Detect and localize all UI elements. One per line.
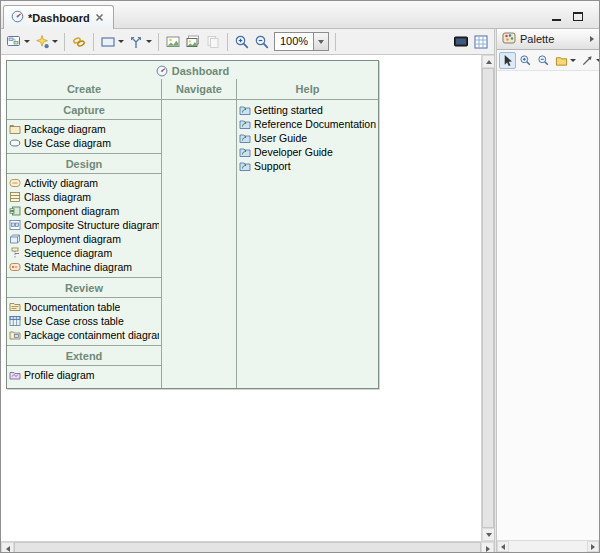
zoom-dropdown-button[interactable] [313, 33, 328, 50]
dashboard-item-link[interactable]: Package diagram [7, 122, 161, 136]
new-diagram-button[interactable] [4, 31, 32, 53]
line-routing-button[interactable] [126, 31, 154, 53]
palette-collapse-button[interactable] [590, 36, 594, 42]
grid-button[interactable] [471, 31, 491, 53]
scroll-right-button[interactable] [587, 541, 599, 552]
dashboard-item-label: Use Case diagram [24, 137, 111, 149]
chevron-down-icon[interactable] [146, 40, 152, 43]
dashboard-item-link[interactable]: Package containment diagram [7, 328, 161, 342]
dashboard-columns: Create CapturePackage diagramUse Case di… [7, 79, 378, 388]
chevron-down-icon[interactable] [52, 40, 58, 43]
dashboard-item-link[interactable]: Use Case cross table [7, 314, 161, 328]
horizontal-scrollbar-thumb[interactable] [14, 542, 481, 553]
palette-title: Palette [520, 33, 554, 45]
dashboard-item-link[interactable]: Deployment diagram [7, 232, 161, 246]
zoom-out-button[interactable] [252, 31, 272, 53]
palette-link-tool[interactable] [579, 52, 600, 69]
chevron-down-icon[interactable] [570, 59, 576, 62]
papyrus-window: { "tab_bar": { "tabs": [ { "title": "*Da… [0, 0, 600, 553]
dashboard-item-label: Developer Guide [254, 146, 333, 158]
dashboard-item-link[interactable]: Developer Guide [237, 145, 378, 159]
dashboard-item-link[interactable]: Composite Structure diagram [7, 218, 161, 232]
palette-zoom-in-tool[interactable] [517, 52, 534, 69]
dashboard-item-link[interactable]: Reference Documentation [237, 117, 378, 131]
section-header-review: Review [7, 278, 161, 298]
minimize-icon [552, 14, 561, 21]
dashboard-item-link[interactable]: Component diagram [7, 204, 161, 218]
routing-fork-icon [128, 34, 144, 50]
section-header-extend: Extend [7, 346, 161, 366]
dashboard-column-create: Create CapturePackage diagramUse Case di… [7, 79, 162, 388]
palette-select-tool[interactable] [499, 52, 516, 69]
grid-icon [473, 34, 489, 50]
fullscreen-button[interactable] [451, 31, 471, 53]
dashboard-item-link[interactable]: Class diagram [7, 190, 161, 204]
dashboard-item-link[interactable]: Use Case diagram [7, 136, 161, 150]
deployment-diagram-icon [9, 233, 21, 245]
section-header-capture: Capture [7, 100, 161, 120]
horizontal-scrollbar[interactable] [1, 541, 494, 553]
dashboard-item-label: Package containment diagram [24, 329, 159, 341]
dashboard-item-link[interactable]: Activity diagram [7, 176, 161, 190]
dashboard-column-help: Help Getting startedReference Documentat… [237, 79, 378, 388]
package-diagram-icon [9, 123, 21, 135]
section-items-review: Documentation tableUse Case cross tableP… [7, 298, 161, 346]
cross-table-icon [9, 315, 21, 327]
link-with-editor-button[interactable] [69, 31, 89, 53]
dashboard-item-label: User Guide [254, 132, 307, 144]
palette-icon [502, 31, 516, 47]
tab-title: *Dashboard [28, 12, 90, 24]
dashboard-item-link[interactable]: State Machine diagram [7, 260, 161, 274]
dashboard-tab-icon [11, 10, 24, 25]
tab-dashboard[interactable]: *Dashboard [3, 5, 114, 29]
chevron-down-icon[interactable] [596, 59, 600, 62]
toolbar-separator [93, 33, 94, 51]
chevron-down-icon[interactable] [118, 40, 124, 43]
maximize-view-button[interactable] [571, 8, 585, 21]
vertical-scrollbar-thumb[interactable] [482, 68, 494, 528]
arrow-down-icon [486, 533, 492, 537]
documentation-table-icon [9, 301, 21, 313]
dashboard-item-link[interactable]: Sequence diagram [7, 246, 161, 260]
shape-icon [100, 34, 116, 50]
dashboard-item-link[interactable]: User Guide [237, 131, 378, 145]
new-diagram-icon [6, 34, 22, 50]
zoom-level-combo[interactable]: 100% [274, 32, 329, 51]
export-all-images-icon [185, 34, 201, 50]
help-folder-icon [239, 160, 251, 172]
palette-horizontal-scrollbar[interactable] [497, 540, 599, 552]
scroll-left-button[interactable] [1, 542, 14, 553]
export-all-diagrams-button[interactable] [183, 31, 203, 53]
palette-note-tool[interactable] [553, 52, 578, 69]
vertical-scrollbar[interactable] [481, 55, 494, 541]
scroll-right-button[interactable] [481, 542, 494, 553]
zoom-in-icon [234, 34, 250, 50]
palette-zoom-out-tool[interactable] [535, 52, 552, 69]
chevron-down-icon[interactable] [24, 40, 30, 43]
zoom-in-button[interactable] [232, 31, 252, 53]
palette-body[interactable] [497, 71, 599, 540]
copy-image-button[interactable] [203, 31, 223, 53]
scroll-left-button[interactable] [497, 541, 509, 552]
minimize-view-button[interactable] [549, 8, 563, 21]
zoom-level-value[interactable]: 100% [275, 33, 313, 50]
navigate-column-header: Navigate [162, 79, 236, 100]
tab-close-icon[interactable] [94, 12, 106, 24]
shape-style-button[interactable] [98, 31, 126, 53]
dashboard-item-link[interactable]: Documentation table [7, 300, 161, 314]
validation-button[interactable] [32, 31, 60, 53]
arrow-up-icon [486, 60, 492, 64]
section-items-capture: Package diagramUse Case diagram [7, 120, 161, 154]
arrow-left-icon [501, 544, 505, 550]
dashboard-item-link[interactable]: Support [237, 159, 378, 173]
toolbar-separator [158, 33, 159, 51]
export-diagram-button[interactable] [163, 31, 183, 53]
dashboard-item-link[interactable]: Profile diagram [7, 368, 161, 382]
palette-header[interactable]: Palette [497, 29, 599, 50]
dashboard-item-link[interactable]: Getting started [237, 103, 378, 117]
palette-panel: Palette [497, 29, 599, 552]
export-image-icon [165, 34, 181, 50]
dashboard-column-navigate: Navigate [162, 79, 237, 388]
diagram-canvas[interactable]: Dashboard Create CapturePackage diagramU… [1, 55, 481, 541]
dashboard-item-label: Sequence diagram [24, 247, 112, 259]
